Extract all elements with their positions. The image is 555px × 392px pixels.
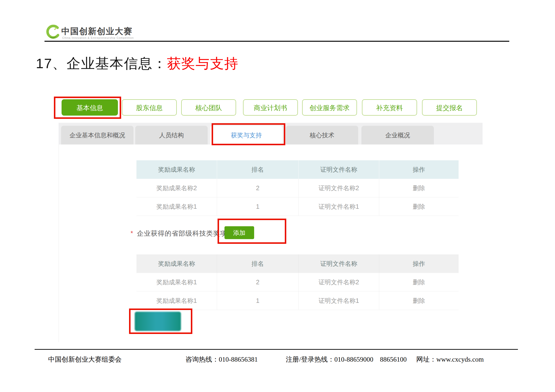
subtab-company-overview[interactable]: 企业概况 (361, 126, 434, 144)
cell-proof-file: 证明文件名称2 (299, 273, 379, 291)
footer-register-hotline: 注册/登录热线：010-88659000 88656100 (286, 355, 407, 364)
column-header-proof-file: 证明文件名称 (299, 254, 379, 273)
footer-organizer: 中国创新创业大赛组委会 (48, 355, 122, 364)
awards-table-bottom: 奖励成果名称 排名 证明文件名称 操作 奖励成果名称1 2 证明文件名称2 删除… (136, 254, 459, 310)
tab-submit-registration[interactable]: 提交报名 (422, 99, 477, 116)
redacted-save-button[interactable] (135, 312, 181, 331)
cell-rank: 2 (217, 179, 299, 197)
footer-hotline: 咨询热线：010-88656381 (185, 355, 258, 364)
column-header-rank: 排名 (217, 254, 299, 273)
footer-divider (35, 349, 518, 350)
cell-award-name: 奖励成果名称2 (136, 179, 217, 197)
cell-award-name: 奖励成果名称1 (136, 273, 217, 291)
column-header-actions: 操作 (379, 160, 459, 179)
cell-rank: 1 (217, 291, 299, 310)
tab-basic-info[interactable]: 基本信息 (62, 99, 118, 116)
cell-rank: 1 (217, 197, 299, 216)
cell-proof-file: 证明文件名称1 (299, 197, 379, 216)
column-header-award-name: 奖励成果名称 (136, 160, 217, 179)
column-header-proof-file: 证明文件名称 (299, 160, 379, 179)
subtab-company-basic-overview[interactable]: 企业基本信息和概况 (61, 126, 133, 144)
delete-link[interactable]: 删除 (379, 197, 459, 216)
subtab-core-technology[interactable]: 核心技术 (286, 126, 358, 144)
required-asterisk: * (131, 229, 133, 237)
delete-link[interactable]: 删除 (379, 179, 459, 197)
page-title-highlight: 获奖与支持 (167, 56, 239, 71)
delete-link[interactable]: 删除 (379, 291, 459, 310)
add-button[interactable]: 添加 (224, 226, 254, 239)
tab-shareholder-info[interactable]: 股东信息 (122, 99, 177, 116)
column-header-rank: 排名 (217, 160, 299, 179)
cell-award-name: 奖励成果名称1 (136, 197, 217, 216)
footer-website: 网址：www.cxcyds.com (416, 355, 484, 364)
logo-title: 中国创新创业大赛 (61, 26, 133, 37)
tab-core-team[interactable]: 核心团队 (181, 99, 236, 116)
cell-proof-file: 证明文件名称2 (299, 179, 379, 197)
tab-business-plan[interactable]: 商业计划书 (243, 99, 298, 116)
logo-subtitle: China Innovation & Entrepreneurship Comp… (62, 36, 134, 39)
delete-link[interactable]: 删除 (379, 273, 459, 291)
cell-award-name: 奖励成果名称1 (136, 291, 217, 310)
subtab-awards-support[interactable]: 获奖与支持 (210, 126, 283, 144)
tab-supplementary-material[interactable]: 补充资料 (362, 99, 417, 116)
cell-rank: 2 (217, 273, 299, 291)
column-header-award-name: 奖励成果名称 (136, 254, 217, 273)
tab-service-needs[interactable]: 创业服务需求 (302, 99, 357, 116)
header-divider (44, 41, 509, 42)
cell-proof-file: 证明文件名称1 (299, 291, 379, 310)
subtab-personnel-structure[interactable]: 人员结构 (135, 126, 208, 144)
competition-logo-icon (46, 25, 60, 40)
awards-table-top: 奖励成果名称 排名 证明文件名称 操作 奖励成果名称2 2 证明文件名称2 删除… (136, 160, 459, 216)
award-field-label: 企业获得的省部级科技类奖项: (137, 229, 229, 238)
page-title: 17、企业基本信息：获奖与支持 (36, 54, 239, 73)
column-header-actions: 操作 (379, 254, 459, 273)
page-title-prefix: 17、企业基本信息： (36, 56, 167, 71)
